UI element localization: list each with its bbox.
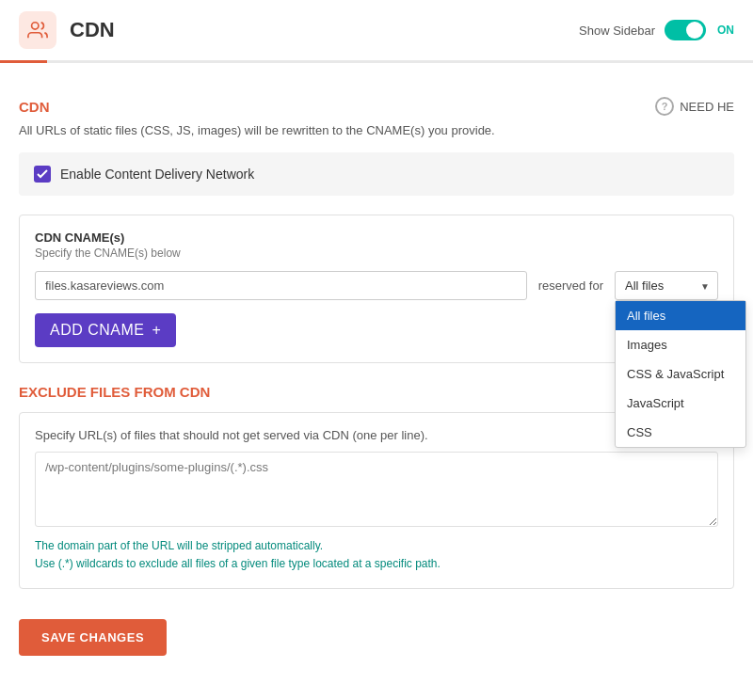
show-sidebar-label: Show Sidebar [579,24,655,38]
file-type-dropdown-wrapper: All files ▼ All files Images CSS & JavaS… [615,271,718,300]
sidebar-toggle[interactable] [665,20,706,40]
dropdown-option-css-js[interactable]: CSS & JavaScript [616,359,745,389]
file-type-dropdown[interactable]: All files ▼ [615,271,718,300]
exclude-note-line1: The domain part of the URL will be strip… [35,537,718,555]
main-content: CDN ? NEED HE All URLs of static files (… [0,63,753,675]
add-icon: + [152,322,162,339]
dropdown-selected-value: All files [625,278,664,293]
header-left: CDN [19,11,115,49]
exclude-textarea[interactable]: /wp-content/plugins/some-plugins/(.*).cs… [35,452,718,527]
enable-cdn-label: Enable Content Delivery Network [60,167,254,182]
cdn-need-help-label: NEED HE [680,100,734,114]
app-header: CDN Show Sidebar ON [0,0,753,63]
toggle-knob [686,22,703,39]
exclude-note-line2: Use (.*) wildcards to exclude all files … [35,555,718,573]
svg-point-0 [32,23,39,29]
save-changes-button[interactable]: SAVE CHANGES [19,619,167,656]
enable-cdn-row: Enable Content Delivery Network [19,152,734,196]
cdn-need-help[interactable]: ? NEED HE [655,97,734,116]
enable-cdn-checkbox[interactable] [34,166,51,183]
dropdown-arrow-icon: ▼ [700,280,710,291]
cname-subtitle: Specify the CNAME(s) below [35,247,718,260]
cdn-description: All URLs of static files (CSS, JS, image… [19,123,734,137]
cname-title: CDN CNAME(s) [35,231,718,245]
dropdown-option-javascript[interactable]: JavaScript [616,389,745,418]
help-icon: ? [655,97,674,116]
cname-section: CDN CNAME(s) Specify the CNAME(s) below … [19,215,734,363]
cname-input[interactable] [35,271,527,300]
dropdown-option-images[interactable]: Images [616,330,745,359]
add-cname-button[interactable]: ADD CNAME + [35,313,176,347]
app-icon [19,11,56,49]
exclude-section-title: Exclude files from CDN [19,384,210,400]
dropdown-option-all-files[interactable]: All files [616,301,745,330]
reserved-for-label: reserved for [538,278,603,293]
header-right: Show Sidebar ON [579,20,734,40]
exclude-note: The domain part of the URL will be strip… [35,537,718,573]
dropdown-option-css[interactable]: CSS [616,418,745,447]
file-type-dropdown-menu: All files Images CSS & JavaScript JavaSc… [615,300,746,448]
cname-row: reserved for All files ▼ All files Image… [35,271,718,300]
cdn-section-header: CDN ? NEED HE [19,97,734,116]
add-cname-label: ADD CNAME [50,322,145,339]
page-title: CDN [70,18,115,42]
toggle-state-label: ON [717,24,734,37]
cdn-section-title: CDN [19,99,50,115]
